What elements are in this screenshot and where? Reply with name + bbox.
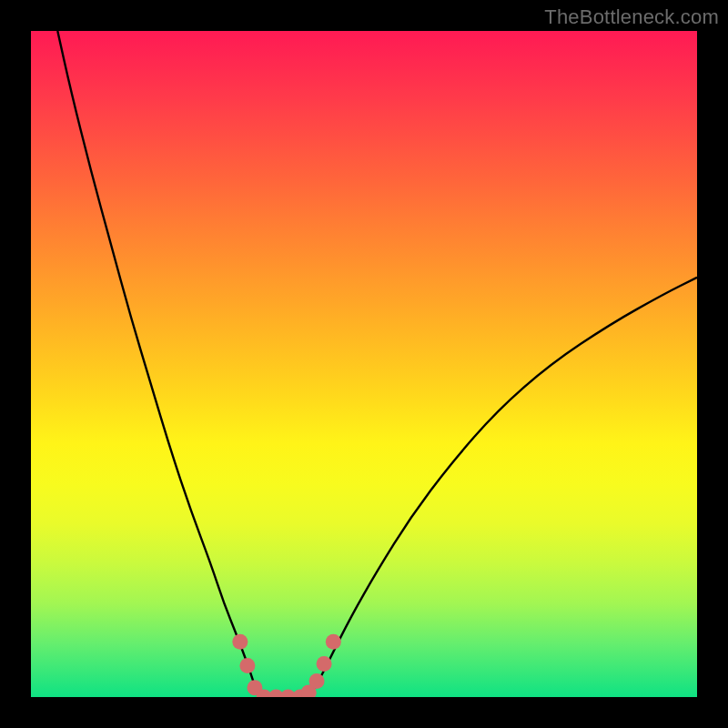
curve-group [57, 31, 697, 697]
chart-frame: TheBottleneck.com [0, 0, 728, 728]
watermark-label: TheBottleneck.com [544, 5, 719, 29]
curve-right-path [308, 278, 697, 697]
marker-left-top [232, 634, 248, 650]
marker-right-mid2 [317, 656, 332, 672]
marker-left-mid [239, 658, 255, 673]
plot-area [31, 31, 697, 697]
curve-left-path [57, 31, 258, 697]
chart-svg [31, 31, 697, 697]
marker-right-top [326, 634, 341, 650]
marker-right-mid [309, 673, 325, 689]
markers-group [232, 634, 340, 697]
